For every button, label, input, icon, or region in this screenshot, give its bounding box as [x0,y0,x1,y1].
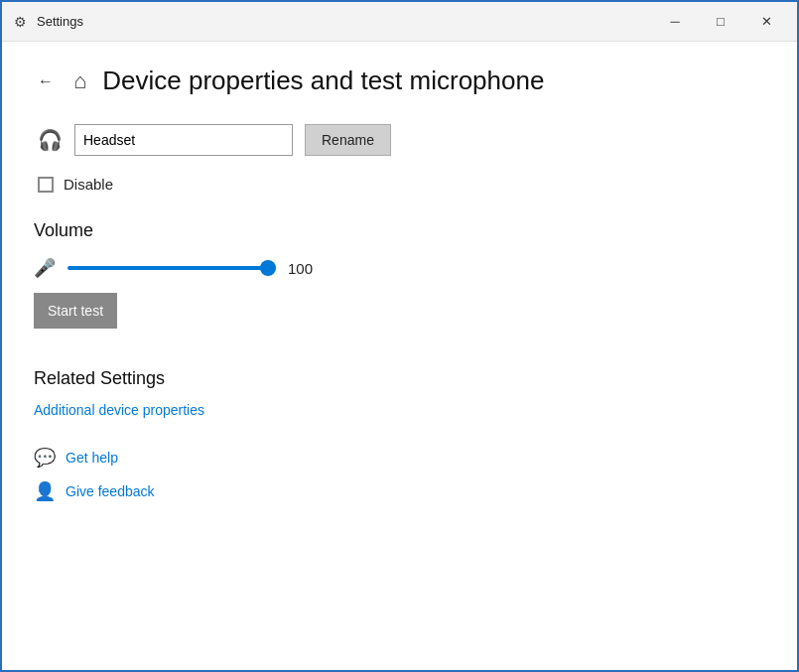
volume-row: 🎤 100 [34,257,765,279]
related-settings-section: Related Settings Additional device prope… [34,368,765,419]
disable-checkbox[interactable] [38,177,54,193]
related-settings-title: Related Settings [34,368,765,389]
microphone-icon: 🎤 [34,257,56,279]
close-button[interactable]: ✕ [743,2,789,42]
volume-slider[interactable] [67,266,276,270]
home-icon: ⌂ [73,68,86,94]
disable-row: Disable [38,176,765,193]
give-feedback-icon: 👤 [34,480,56,502]
get-help-icon: 💬 [34,447,56,469]
window-controls: ─ □ ✕ [652,2,789,42]
volume-section: Volume 🎤 100 Start test [34,220,765,329]
headset-icon: 🎧 [38,128,63,152]
disable-label: Disable [64,176,113,193]
device-name-row: 🎧 Rename [38,124,765,156]
settings-app-icon: ⚙ [14,14,27,30]
page-header: ← ⌂ Device properties and test microphon… [34,66,765,96]
get-help-row: 💬 Get help [34,447,765,469]
rename-button[interactable]: Rename [305,124,391,156]
main-content: ← ⌂ Device properties and test microphon… [2,42,797,672]
give-feedback-row: 👤 Give feedback [34,480,765,502]
back-button[interactable]: ← [34,68,58,94]
volume-label: Volume [34,220,765,241]
footer-links: 💬 Get help 👤 Give feedback [34,447,765,502]
minimize-button[interactable]: ─ [652,2,698,42]
volume-value: 100 [288,260,320,277]
give-feedback-link[interactable]: Give feedback [66,483,155,499]
page-title: Device properties and test microphone [102,66,544,96]
additional-device-properties-link[interactable]: Additional device properties [34,402,204,418]
device-name-input[interactable] [74,124,293,156]
start-test-button[interactable]: Start test [34,293,117,329]
title-bar-app-name: Settings [37,14,83,29]
maximize-button[interactable]: □ [698,2,743,42]
get-help-link[interactable]: Get help [66,450,118,466]
title-bar: ⚙ Settings ─ □ ✕ [2,2,797,42]
